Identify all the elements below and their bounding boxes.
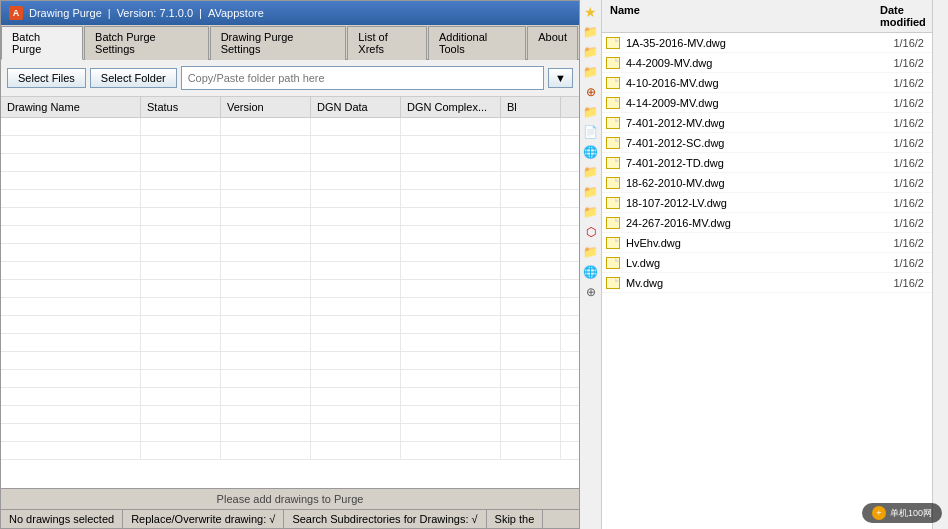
table-row[interactable] xyxy=(1,118,579,136)
list-item[interactable]: 4-4-2009-MV.dwg1/16/2 xyxy=(602,53,932,73)
folder-icon-8[interactable]: 📁 xyxy=(583,244,599,260)
status-bar: No drawings selected Replace/Overwrite d… xyxy=(1,509,579,528)
file-date: 1/16/2 xyxy=(893,197,928,209)
watermark-text: 单机100网 xyxy=(890,507,932,520)
file-name: 1A-35-2016-MV.dwg xyxy=(626,37,893,49)
list-item[interactable]: 4-14-2009-MV.dwg1/16/2 xyxy=(602,93,932,113)
file-name: Mv.dwg xyxy=(626,277,893,289)
page-icon[interactable]: 📄 xyxy=(583,124,599,140)
table-row[interactable] xyxy=(1,334,579,352)
file-icon xyxy=(606,196,622,210)
file-date: 1/16/2 xyxy=(893,77,928,89)
tab-batch-purge-settings[interactable]: Batch Purge Settings xyxy=(84,26,209,60)
file-name: 4-10-2016-MV.dwg xyxy=(626,77,893,89)
folder-icon-3[interactable]: 📁 xyxy=(583,64,599,80)
list-item[interactable]: 4-10-2016-MV.dwg1/16/2 xyxy=(602,73,932,93)
toolbar-row: Select Files Select Folder ▼ xyxy=(1,60,579,97)
table-row[interactable] xyxy=(1,316,579,334)
file-browser-panel: ★ 📁 📁 📁 ⊕ 📁 📄 🌐 📁 📁 📁 ⬡ 📁 🌐 ⊕ Name Date … xyxy=(580,0,948,529)
table-row[interactable] xyxy=(1,352,579,370)
table-row[interactable] xyxy=(1,406,579,424)
file-date: 1/16/2 xyxy=(893,257,928,269)
tab-list-of-xrefs[interactable]: List of Xrefs xyxy=(347,26,427,60)
file-name: 24-267-2016-MV.dwg xyxy=(626,217,893,229)
list-item[interactable]: 18-62-2010-MV.dwg1/16/2 xyxy=(602,173,932,193)
status-skip: Skip the xyxy=(487,510,544,528)
table-row[interactable] xyxy=(1,136,579,154)
select-files-button[interactable]: Select Files xyxy=(7,68,86,88)
file-date: 1/16/2 xyxy=(893,117,928,129)
list-item[interactable]: Mv.dwg1/16/2 xyxy=(602,273,932,293)
list-item[interactable]: 1A-35-2016-MV.dwg1/16/2 xyxy=(602,33,932,53)
table-row[interactable] xyxy=(1,388,579,406)
folder-icon-4[interactable]: 📁 xyxy=(583,104,599,120)
plus-circle-icon[interactable]: ⊕ xyxy=(583,284,599,300)
select-folder-button[interactable]: Select Folder xyxy=(90,68,177,88)
scrollbar[interactable] xyxy=(932,0,948,529)
col-dgn-data: DGN Data xyxy=(311,97,401,117)
file-list: 1A-35-2016-MV.dwg1/16/24-4-2009-MV.dwg1/… xyxy=(602,33,932,529)
folder-icon-5[interactable]: 📁 xyxy=(583,164,599,180)
file-icon xyxy=(606,136,622,150)
tab-drawing-purge-settings[interactable]: Drawing Purge Settings xyxy=(210,26,347,60)
file-icon xyxy=(606,156,622,170)
table-body xyxy=(1,118,579,458)
expand-button[interactable]: ▼ xyxy=(548,68,573,88)
folder-path-input[interactable] xyxy=(181,66,544,90)
list-item[interactable]: Lv.dwg1/16/2 xyxy=(602,253,932,273)
list-item[interactable]: 18-107-2012-LV.dwg1/16/2 xyxy=(602,193,932,213)
col-drawing-name: Drawing Name xyxy=(1,97,141,117)
status-replace-overwrite: Replace/Overwrite drawing: √ xyxy=(123,510,284,528)
col-dgn-complex: DGN Complex... xyxy=(401,97,501,117)
list-item[interactable]: 7-401-2012-SC.dwg1/16/2 xyxy=(602,133,932,153)
data-table: Drawing Name Status Version DGN Data DGN… xyxy=(1,97,579,488)
file-date: 1/16/2 xyxy=(893,97,928,109)
file-icon xyxy=(606,36,622,50)
file-date: 1/16/2 xyxy=(893,177,928,189)
table-row[interactable] xyxy=(1,226,579,244)
file-date: 1/16/2 xyxy=(893,237,928,249)
folder-icon-2[interactable]: 📁 xyxy=(583,44,599,60)
table-row[interactable] xyxy=(1,244,579,262)
file-name: 7-401-2012-TD.dwg xyxy=(626,157,893,169)
file-list-panel: Name Date modified 1A-35-2016-MV.dwg1/16… xyxy=(602,0,932,529)
tab-bar: Batch Purge Batch Purge Settings Drawing… xyxy=(1,25,579,60)
list-item[interactable]: 24-267-2016-MV.dwg1/16/2 xyxy=(602,213,932,233)
tab-batch-purge[interactable]: Batch Purge xyxy=(1,26,83,60)
status-no-drawings: No drawings selected xyxy=(1,510,123,528)
folder-icon-6[interactable]: 📁 xyxy=(583,184,599,200)
list-item[interactable]: 7-401-2012-TD.dwg1/16/2 xyxy=(602,153,932,173)
file-icon xyxy=(606,236,622,250)
file-icon xyxy=(606,56,622,70)
list-item[interactable]: HvEhv.dwg1/16/2 xyxy=(602,233,932,253)
col-date: Date modified xyxy=(872,2,932,30)
tab-about[interactable]: About xyxy=(527,26,578,60)
red-icon[interactable]: ⬡ xyxy=(583,224,599,240)
folder-icon-7[interactable]: 📁 xyxy=(583,204,599,220)
table-row[interactable] xyxy=(1,190,579,208)
file-name: 4-4-2009-MV.dwg xyxy=(626,57,893,69)
file-name: 7-401-2012-SC.dwg xyxy=(626,137,893,149)
tab-additional-tools[interactable]: Additional Tools xyxy=(428,26,526,60)
table-row[interactable] xyxy=(1,298,579,316)
table-row[interactable] xyxy=(1,442,579,460)
table-row[interactable] xyxy=(1,280,579,298)
table-row[interactable] xyxy=(1,208,579,226)
table-row[interactable] xyxy=(1,424,579,442)
table-row[interactable] xyxy=(1,370,579,388)
table-row[interactable] xyxy=(1,172,579,190)
globe-icon-2[interactable]: 🌐 xyxy=(583,264,599,280)
app-version: Version: 7.1.0.0 xyxy=(117,7,193,19)
globe-icon[interactable]: 🌐 xyxy=(583,144,599,160)
file-name: 18-62-2010-MV.dwg xyxy=(626,177,893,189)
col-version: Version xyxy=(221,97,311,117)
table-row[interactable] xyxy=(1,262,579,280)
list-item[interactable]: 7-401-2012-MV.dwg1/16/2 xyxy=(602,113,932,133)
star-icon[interactable]: ★ xyxy=(583,4,599,20)
status-please-add: Please add drawings to Purge xyxy=(1,488,579,509)
app-store: AVappstore xyxy=(208,7,264,19)
folder-icon-1[interactable]: 📁 xyxy=(583,24,599,40)
file-date: 1/16/2 xyxy=(893,277,928,289)
link-icon[interactable]: ⊕ xyxy=(583,84,599,100)
table-row[interactable] xyxy=(1,154,579,172)
